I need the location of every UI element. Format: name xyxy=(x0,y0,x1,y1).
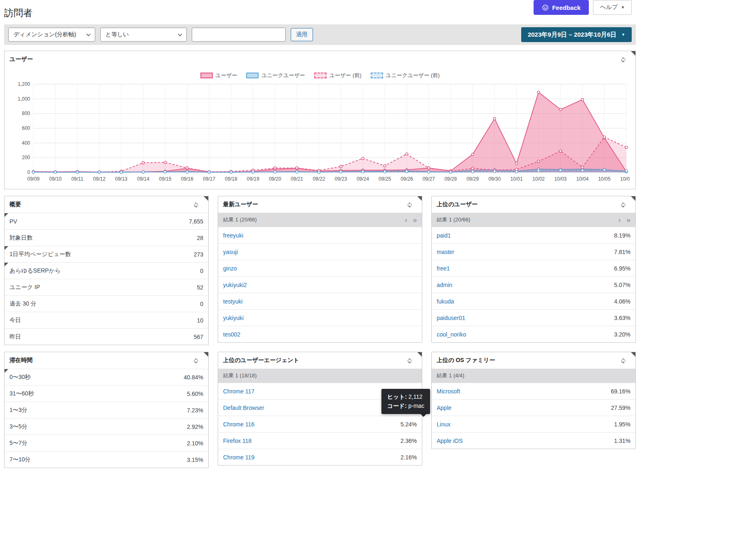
apply-button[interactable]: 適用 xyxy=(291,28,313,41)
svg-text:09/14: 09/14 xyxy=(137,176,149,182)
last-page-icon[interactable]: » xyxy=(413,216,417,224)
row-value: 273 xyxy=(194,251,203,258)
row-link[interactable]: cool_noriko xyxy=(437,331,466,338)
row-value: 3.20% xyxy=(614,331,630,338)
row-link[interactable]: paid1 xyxy=(437,232,451,239)
row-link[interactable]: yukiyuki2 xyxy=(223,282,247,288)
tooltip-code-line: コード: p-mac xyxy=(387,402,424,411)
legend-item[interactable]: ユーザー (前) xyxy=(314,72,362,79)
panel-title: ユーザー xyxy=(9,56,33,63)
tooltip-hits-value: 2,112 xyxy=(409,393,423,400)
refresh-icon[interactable] xyxy=(407,358,413,364)
row-value: 0 xyxy=(200,268,203,274)
panel-os-families: 上位の OS ファミリー 結果 1 (4/4) Microsoft69.16%A… xyxy=(431,352,636,449)
row-label: 0〜30秒 xyxy=(9,374,31,381)
table-row: 1〜3分7.23% xyxy=(5,402,208,418)
row-link[interactable]: ginzo xyxy=(223,265,237,272)
svg-text:09/29: 09/29 xyxy=(466,176,479,182)
panel-latest-users: 最新ユーザー 結果 1 (20/66) › » freeyukiyasujigi… xyxy=(218,196,422,343)
row-value: 1.31% xyxy=(614,438,630,444)
chevron-down-icon: ▼ xyxy=(621,33,625,37)
date-range-button[interactable]: 2023年9月9日 – 2023年10月6日 ▼ xyxy=(521,27,632,42)
row-link[interactable]: Chrome 116 xyxy=(223,421,254,428)
row-link[interactable]: free1 xyxy=(437,265,450,272)
panel-title: 概要 xyxy=(9,201,21,208)
tooltip-hits-line: ヒット: 2,112 xyxy=(387,393,424,402)
refresh-icon[interactable] xyxy=(620,358,626,364)
row-link[interactable]: yukiyuki xyxy=(223,315,244,321)
row-value: 3.15% xyxy=(187,456,203,463)
row-link[interactable]: Chrome 119 xyxy=(223,454,254,461)
refresh-icon[interactable] xyxy=(620,56,626,63)
row-link[interactable]: admin xyxy=(437,282,452,288)
row-link[interactable]: paiduser01 xyxy=(437,315,465,321)
legend-item[interactable]: ユニークユーザー xyxy=(246,72,305,79)
tooltip-hits-label: ヒット: xyxy=(387,393,407,400)
row-value: 27.59% xyxy=(611,405,630,411)
row-value: 2.16% xyxy=(400,454,417,461)
refresh-icon[interactable] xyxy=(193,202,199,208)
chart-tooltip: ヒット: 2,112 コード: p-mac xyxy=(381,389,430,414)
panel-corner-handle xyxy=(417,196,422,201)
table-row: tes002 xyxy=(218,326,422,342)
last-page-icon[interactable]: » xyxy=(627,216,630,224)
row-link[interactable]: Chrome 117 xyxy=(223,388,254,395)
help-button[interactable]: ヘルプ ▼ xyxy=(593,0,632,15)
results-bar: 結果 1 (18/18) xyxy=(218,369,422,383)
row-link[interactable]: Apple iOS xyxy=(437,438,463,444)
svg-text:1,200: 1,200 xyxy=(18,82,30,87)
row-link[interactable]: fukuda xyxy=(437,298,454,305)
next-page-icon[interactable]: › xyxy=(405,216,407,224)
row-link[interactable]: testyuki xyxy=(223,298,242,305)
table-row: yukiyuki xyxy=(218,309,422,326)
row-label: 昨日 xyxy=(9,333,21,341)
filter-value-input[interactable] xyxy=(192,28,286,42)
row-value: 4.06% xyxy=(614,298,630,305)
svg-text:200: 200 xyxy=(22,155,30,160)
operator-select[interactable]: と等しい xyxy=(100,28,187,42)
svg-text:10/06: 10/06 xyxy=(620,176,630,182)
panel-title: 最新ユーザー xyxy=(223,201,258,208)
table-row: master7.81% xyxy=(432,243,635,260)
svg-text:09/30: 09/30 xyxy=(488,176,501,182)
chart-legend: ユーザーユニークユーザーユーザー (前)ユニークユーザー (前) xyxy=(5,72,635,79)
filter-bar: ディメンション(分析軸) と等しい 適用 2023年9月9日 – 2023年10… xyxy=(4,24,636,45)
svg-text:09/10: 09/10 xyxy=(49,176,61,182)
row-link[interactable]: Default Browser xyxy=(223,405,264,411)
table-row: Apple iOS1.31% xyxy=(432,432,635,449)
table-row: 5〜7分2.10% xyxy=(5,435,208,451)
dimension-select[interactable]: ディメンション(分析軸) xyxy=(8,28,95,42)
panel-time-on-site: 滞在時間 0〜30秒40.84%31〜60秒5.60%1〜3分7.23%3〜5分… xyxy=(4,352,209,468)
legend-label: ユーザー (前) xyxy=(329,72,362,79)
row-link[interactable]: Linux xyxy=(437,421,450,428)
row-link[interactable]: master xyxy=(437,249,454,255)
row-link[interactable]: Apple xyxy=(437,405,452,411)
table-row: paid18.19% xyxy=(432,227,635,243)
dimension-select-value: ディメンション(分析軸) xyxy=(14,31,76,38)
help-label: ヘルプ xyxy=(600,4,618,11)
table-row: ginzo xyxy=(218,260,422,276)
svg-text:09/27: 09/27 xyxy=(423,176,435,182)
legend-item[interactable]: ユーザー xyxy=(200,72,238,79)
svg-text:09/16: 09/16 xyxy=(181,176,193,182)
feedback-button[interactable]: Feedback xyxy=(534,0,589,15)
next-page-icon[interactable]: › xyxy=(619,216,621,224)
results-bar: 結果 1 (20/66) › » xyxy=(218,213,422,227)
row-link[interactable]: Firefox 118 xyxy=(223,438,252,444)
panel-title: 上位のユーザー xyxy=(437,201,477,208)
row-link[interactable]: Microsoft xyxy=(437,388,460,395)
table-row: admin5.07% xyxy=(432,276,635,293)
row-link[interactable]: yasuji xyxy=(223,249,238,255)
legend-item[interactable]: ユニークユーザー (前) xyxy=(371,72,440,79)
row-value: 0 xyxy=(200,301,203,307)
legend-swatch xyxy=(200,73,213,78)
refresh-icon[interactable] xyxy=(193,358,199,364)
svg-text:1,000: 1,000 xyxy=(18,96,30,102)
row-link[interactable]: tes002 xyxy=(223,331,240,338)
row-value: 5.07% xyxy=(614,282,630,288)
refresh-icon[interactable] xyxy=(620,202,626,208)
row-label: 31〜60秒 xyxy=(9,390,34,398)
row-link[interactable]: freeyuki xyxy=(223,232,243,239)
row-label: PV xyxy=(9,218,17,225)
refresh-icon[interactable] xyxy=(407,202,413,208)
